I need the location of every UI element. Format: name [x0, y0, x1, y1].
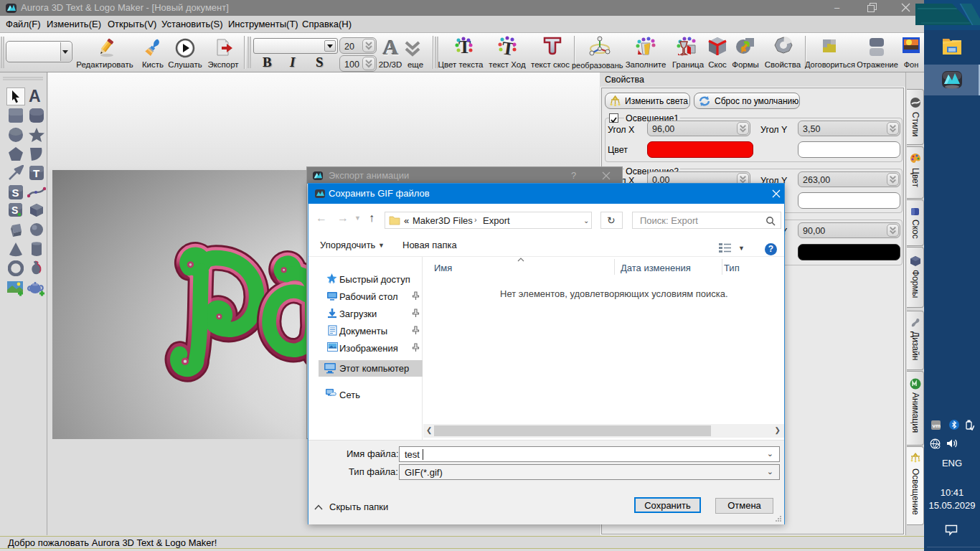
svg-text:vm: vm	[933, 423, 941, 429]
svg-text:T: T	[33, 167, 39, 179]
svg-text:S: S	[11, 204, 18, 216]
svg-text:S: S	[12, 187, 19, 199]
